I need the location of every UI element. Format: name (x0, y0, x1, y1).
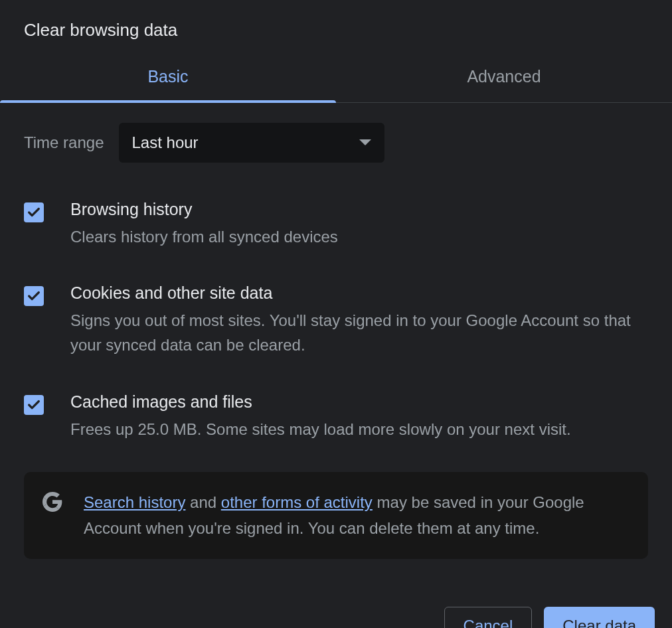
option-text: Browsing history Clears history from all… (70, 200, 648, 249)
option-text: Cookies and other site data Signs you ou… (70, 283, 648, 357)
time-range-label: Time range (24, 133, 104, 152)
dialog-content: Time range Last hour Browsing history Cl… (0, 103, 672, 559)
option-desc: Clears history from all synced devices (70, 224, 648, 249)
tab-advanced[interactable]: Advanced (336, 54, 672, 102)
option-browsing-history: Browsing history Clears history from all… (24, 200, 648, 249)
dialog-title: Clear browsing data (0, 0, 672, 54)
google-info-box: Search history and other forms of activi… (24, 472, 648, 559)
link-search-history[interactable]: Search history (84, 493, 185, 511)
link-other-activity[interactable]: other forms of activity (221, 493, 373, 511)
checkbox-browsing-history[interactable] (24, 202, 44, 222)
clear-data-button[interactable]: Clear data (544, 607, 655, 628)
check-icon (27, 398, 41, 412)
check-icon (27, 289, 41, 303)
time-range-row: Time range Last hour (24, 123, 648, 163)
checkbox-cookies[interactable] (24, 286, 44, 306)
tab-basic[interactable]: Basic (0, 54, 336, 102)
option-desc: Frees up 25.0 MB. Some sites may load mo… (70, 417, 648, 441)
option-cookies: Cookies and other site data Signs you ou… (24, 283, 648, 357)
option-title: Cached images and files (70, 392, 648, 412)
checkbox-cached[interactable] (24, 395, 44, 415)
option-desc: Signs you out of most sites. You'll stay… (70, 308, 648, 357)
time-range-select[interactable]: Last hour (119, 123, 384, 163)
dialog-footer: Cancel Clear data (0, 589, 672, 628)
chevron-down-icon (359, 139, 371, 146)
info-text: Search history and other forms of activi… (84, 489, 630, 542)
cancel-button[interactable]: Cancel (444, 607, 533, 628)
option-title: Browsing history (70, 200, 648, 219)
check-icon (27, 205, 41, 220)
option-text: Cached images and files Frees up 25.0 MB… (70, 392, 648, 441)
option-cached: Cached images and files Frees up 25.0 MB… (24, 392, 648, 441)
info-text-and: and (185, 493, 220, 511)
clear-browsing-data-dialog: Clear browsing data Basic Advanced Time … (0, 0, 672, 628)
google-icon (42, 492, 62, 512)
tabs: Basic Advanced (0, 54, 672, 103)
option-title: Cookies and other site data (70, 283, 648, 303)
time-range-value: Last hour (132, 133, 199, 152)
